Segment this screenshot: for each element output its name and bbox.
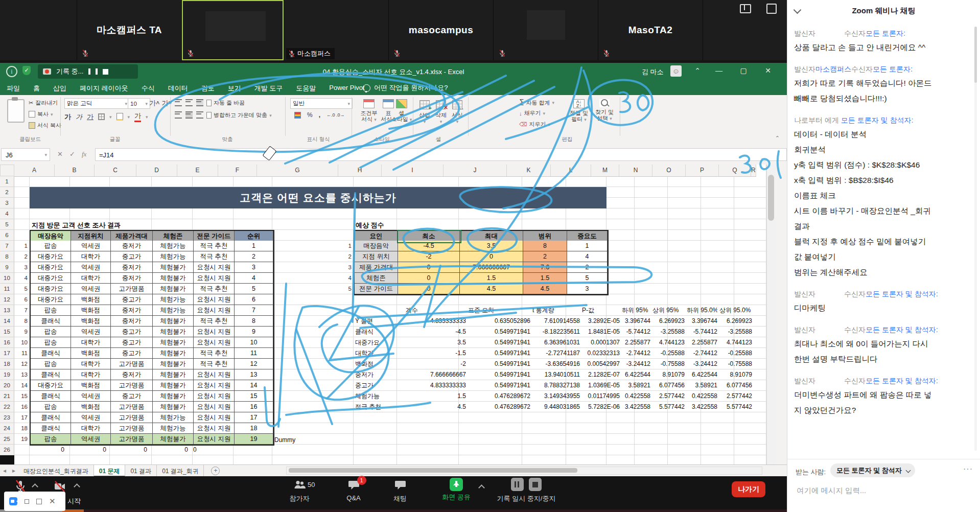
video-tile-empty[interactable]: [0, 0, 77, 60]
camera-options-caret[interactable]: [74, 483, 80, 490]
number-format-buttons[interactable]: %,←.0 .0→: [294, 111, 345, 119]
cell: 1: [567, 241, 608, 251]
ribbon-tab[interactable]: 파일: [0, 81, 27, 95]
sheet-nav-right-icon[interactable]: ▸: [9, 465, 18, 477]
format-painter-button[interactable]: 서식 복사: [29, 122, 61, 129]
select-all-corner[interactable]: [0, 165, 14, 176]
close-icon[interactable]: ✕: [49, 497, 56, 506]
merge-center-button[interactable]: 병합하고 가운데 맞춤▾: [206, 111, 272, 119]
new-sheet-icon[interactable]: +: [211, 467, 220, 475]
ribbon-tab[interactable]: 데이터: [161, 81, 195, 95]
chat-button[interactable]: 채팅: [387, 479, 413, 503]
fill-button[interactable]: ↓채우기▾: [519, 109, 545, 117]
close-button[interactable]: ✕: [760, 66, 776, 75]
leave-button[interactable]: 나가기: [732, 481, 765, 497]
sheet-tab-active[interactable]: 01 문제: [94, 465, 126, 477]
share-options-caret[interactable]: [478, 484, 485, 491]
collapse-ribbon-icon[interactable]: ⌃: [775, 135, 780, 142]
cut-button[interactable]: ✂잘라내기: [29, 99, 58, 107]
video-tile-masocampus[interactable]: masocampus: [389, 0, 494, 60]
vertical-align-buttons[interactable]: [175, 99, 203, 106]
paste-button[interactable]: [7, 99, 25, 123]
maximize-button[interactable]: ▢: [736, 66, 751, 75]
ribbon-tab[interactable]: 도움말: [289, 81, 322, 95]
chat-message[interactable]: 발신자마소캠퍼스수신자모든 토론자: 저희가 따로 기록 해두었습니다! 아몬드…: [794, 62, 972, 106]
number-format-select[interactable]: 일반▾: [290, 98, 353, 109]
camera-off-icon[interactable]: [53, 480, 66, 493]
chat-scrollbar[interactable]: [974, 27, 977, 451]
chat-message-input[interactable]: [796, 486, 966, 495]
restore-icon[interactable]: [36, 499, 42, 504]
clear-button[interactable]: ⌫지우기▾: [519, 121, 550, 128]
cell-styles-button[interactable]: 셀 스타일 ▾: [387, 99, 416, 123]
cell: 6: [235, 294, 273, 305]
sheet-tab[interactable]: 01 결과: [125, 465, 157, 477]
chat-message[interactable]: 발신자수신자모든 토론자 및 참석자: 최대나 최소에 왜 0이 들어가는지 다…: [794, 323, 972, 367]
copy-button[interactable]: 복사 ▾: [29, 110, 53, 118]
tellme-box[interactable]: 어떤 작업을 원하시나요?: [358, 81, 453, 95]
chat-message[interactable]: 나로부터 에게 모든 토론자 및 참석자: 데이터 - 데이터 분석 회귀분석 …: [794, 113, 972, 280]
video-tile-active-speaker[interactable]: [182, 0, 284, 60]
chat-message[interactable]: 발신자수신자모든 토론자 및 참석자: 더미변수생성 파트에 왜 팝송은 따로 …: [794, 374, 972, 418]
screen-share-button[interactable]: 화면 공유: [438, 478, 474, 502]
fullscreen-icon[interactable]: [766, 4, 777, 14]
sort-filter-button[interactable]: A↓Z↑정렬 및 필터 ▾: [566, 99, 592, 123]
video-tile-empty-2[interactable]: [494, 0, 598, 60]
ribbon-display-options-icon[interactable]: ⌃: [690, 66, 705, 75]
floating-mini-window[interactable]: ✕: [4, 492, 65, 511]
column-header: M: [591, 165, 619, 176]
cell: 11: [235, 348, 273, 359]
autosum-button[interactable]: Σ자동 합계▾: [519, 98, 554, 107]
message-header: 발신자수신자모든 토론자 및 참석자:: [794, 323, 972, 336]
video-tile-masocampus-ta[interactable]: 마소캠퍼스 TA: [77, 0, 182, 60]
avatar[interactable]: ☺: [670, 65, 682, 77]
score-table-body[interactable]: 매장음악-4.53.581지점 위치-2024제품 가격대07.66666666…: [354, 241, 609, 295]
minimize-button[interactable]: —: [711, 66, 727, 75]
sheet-tab[interactable]: 01 결과_회귀: [157, 465, 204, 477]
ribbon-tab[interactable]: 홈: [27, 81, 46, 95]
fx-icon[interactable]: fx: [82, 150, 86, 158]
horizontal-align-buttons[interactable]: [175, 111, 203, 119]
more-options-icon[interactable]: ···: [963, 464, 973, 474]
insert-cells-button[interactable]: +삽입▾: [416, 100, 433, 124]
wrap-text-button[interactable]: 자동 줄 바꿈: [206, 99, 245, 107]
sheet-tab[interactable]: 매장요인분석_회귀결과: [18, 465, 94, 477]
pause-recording-button[interactable]: [511, 478, 524, 491]
ribbon-tab[interactable]: 검토: [195, 81, 221, 95]
gallery-view-icon[interactable]: [740, 4, 751, 13]
recipient-dropdown[interactable]: 모든 토론자 및 참석자: [830, 463, 915, 477]
format-cells-button[interactable]: ↔서식▾: [449, 100, 466, 124]
column-headers[interactable]: ABCDEFGHIJKLMNOPQR: [14, 165, 756, 177]
ribbon-tab[interactable]: 수식: [135, 81, 161, 95]
account-name[interactable]: 김 마소: [642, 67, 664, 77]
cancel-icon[interactable]: ✕: [57, 150, 63, 158]
font-style-buttons[interactable]: 가가가 ▾ ▾ 가▾: [64, 111, 148, 122]
ribbon-tab[interactable]: 개발 도구: [248, 81, 290, 95]
horizontal-scrollbar[interactable]: [286, 467, 762, 475]
ribbon-tab[interactable]: 삽입: [46, 81, 73, 95]
enter-icon[interactable]: ✓: [69, 150, 75, 158]
participants-button[interactable]: 50 참가자: [284, 479, 315, 503]
cell: 2: [567, 262, 608, 273]
ribbon-tab[interactable]: 보기: [221, 81, 248, 95]
ribbon-tab[interactable]: 페이지 레이아웃: [73, 81, 135, 95]
find-select-button[interactable]: 찾기 및 선택 ▾: [592, 99, 617, 122]
video-tile-masota2[interactable]: MasoTA2: [598, 0, 703, 60]
mic-options-caret[interactable]: [32, 483, 38, 490]
font-name-select[interactable]: 맑은 고딕▾: [64, 98, 130, 109]
grow-font-button[interactable]: 가˄가˅: [149, 99, 172, 108]
chat-message[interactable]: 발신자수신자모든 토론자 및 참석자: 디마케팅: [794, 287, 972, 316]
delete-cells-button[interactable]: ✕삭제▾: [432, 100, 450, 124]
recording-controls[interactable]: 기록 일시 중지/중지: [488, 478, 565, 503]
mic-muted-icon[interactable]: [14, 479, 27, 493]
sheet-nav-left-icon[interactable]: ◂: [0, 465, 9, 477]
chat-message[interactable]: 발신자수신자모든 토론자: 상품 달라고 손 들고 안 내린거에요 ^^: [794, 27, 972, 55]
vertical-scrollbar[interactable]: [766, 165, 776, 464]
stop-recording-button[interactable]: [529, 478, 542, 491]
qa-button[interactable]: 1 Q&A: [340, 479, 367, 502]
row-headers[interactable]: 1234567891011121314151617181920212223242…: [0, 176, 14, 455]
name-box[interactable]: J6▾: [1, 148, 50, 161]
preference-table-body[interactable]: 팝송역세권중저가체험가능적극 추천1대중가요대학가중고가체험가능적극 추천2대중…: [30, 241, 274, 446]
formula-input[interactable]: =J14: [95, 148, 787, 161]
font-size-select[interactable]: 10▾: [128, 98, 150, 109]
